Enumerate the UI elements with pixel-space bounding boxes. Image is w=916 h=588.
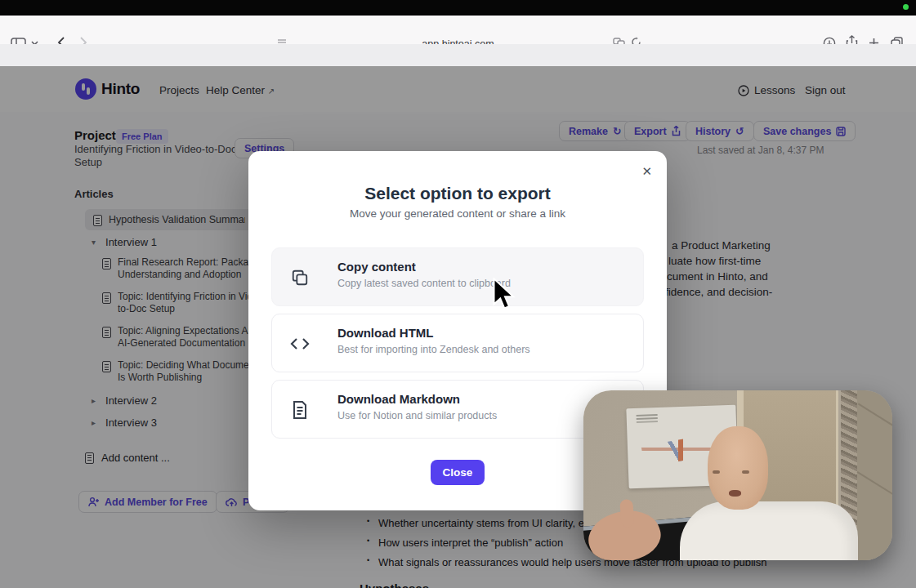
code-icon (288, 332, 311, 355)
menubar (0, 0, 916, 16)
copy-icon (288, 266, 311, 289)
mouse-cursor (492, 278, 516, 310)
markdown-document-icon (288, 399, 311, 421)
presenter-shirt (680, 501, 858, 560)
tiled-wall (857, 390, 892, 560)
webcam-video-overlay[interactable] (583, 390, 892, 560)
close-button[interactable]: Close (431, 460, 485, 485)
screen: app.hintoai.com M 31 (0, 0, 916, 588)
tab-bar: M 31 Your projects - Hinto AI Project Id… (0, 44, 916, 66)
browser-toolbar: app.hintoai.com (0, 16, 916, 44)
recording-indicator-dot (903, 4, 909, 10)
presenter-face (708, 426, 768, 510)
download-html-option[interactable]: Download HTML Best for importing into Ze… (271, 314, 644, 372)
modal-subtitle: Move your generated content or share a l… (248, 207, 667, 220)
modal-title: Select option to export (248, 184, 667, 203)
copy-content-option[interactable]: Copy content Copy latest saved content t… (271, 247, 644, 306)
close-icon[interactable]: ✕ (641, 164, 652, 179)
